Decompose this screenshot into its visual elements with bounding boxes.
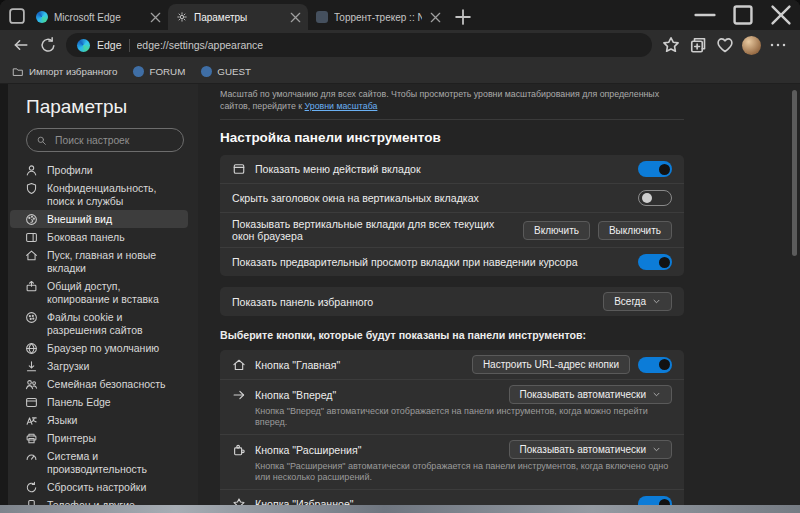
share-icon (25, 280, 38, 293)
scrollbar[interactable] (792, 86, 797, 505)
settings-title: Параметры (26, 96, 198, 118)
forward-button-select[interactable]: Показывать автоматически (509, 385, 672, 404)
tab-close-icon[interactable] (148, 10, 163, 25)
edge-logo-icon (36, 11, 48, 23)
window-menu-icon[interactable] (6, 3, 28, 29)
setting-label: Кнопка "Вперед" (255, 389, 500, 401)
tab-title: Microsoft Edge (54, 12, 142, 23)
panel-icon (25, 231, 38, 244)
tab-preview-toggle[interactable] (638, 254, 672, 270)
sidebar-item-family[interactable]: Семейная безопасность (10, 375, 188, 393)
tab-close-icon[interactable] (288, 10, 303, 25)
address-url: edge://settings/appearance (137, 39, 264, 51)
star-icon (232, 497, 246, 505)
tab-close-icon[interactable] (428, 10, 443, 25)
sidebar-item-label: Браузер по умолчанию (47, 342, 159, 355)
favorites-button-toggle[interactable] (638, 496, 672, 505)
sidebar-item-reset[interactable]: Сбросить настройки (10, 478, 188, 496)
sidebar-item-default-browser[interactable]: Браузер по умолчанию (10, 339, 188, 357)
sidebar-item-start-home[interactable]: Пуск, главная и новые вкладки (10, 246, 188, 277)
section-title: Настройка панели инструментов (220, 130, 684, 145)
select-value: Всегда (614, 296, 646, 307)
sidebar-item-phone[interactable]: Телефон и другие устройства (10, 496, 188, 505)
sidebar-item-profiles[interactable]: Профили (10, 161, 188, 179)
zoom-levels-link[interactable]: Уровни масштаба (305, 101, 378, 111)
zoom-note-text: Масштаб по умолчанию для всех сайтов. Чт… (220, 89, 659, 111)
toolbar-buttons-card: Кнопка "Главная" Настроить URL-адрес кно… (220, 350, 684, 505)
buttons-heading: Выберите кнопки, которые будут показаны … (220, 329, 684, 341)
sidebar-item-privacy[interactable]: Конфиденциальность, поиск и службы (10, 179, 188, 210)
palette-icon (25, 213, 38, 226)
disable-button[interactable]: Выключить (598, 221, 672, 240)
settings-nav: ПрофилиКонфиденциальность, поиск и служб… (8, 161, 198, 505)
setting-row-tab-actions: Показать меню действий вкладок (220, 155, 684, 183)
setting-row-home-button: Кнопка "Главная" Настроить URL-адрес кно… (220, 350, 684, 379)
bookmark-forum[interactable]: FORUM (133, 66, 185, 77)
favorites-bar-card: Показать панель избранного Всегда (220, 287, 684, 316)
minimize-button[interactable] (686, 0, 724, 30)
tab-actions-icon (232, 162, 246, 176)
refresh-icon[interactable] (39, 36, 57, 54)
setting-label: Кнопка "Избранное" (255, 498, 629, 505)
setting-row-hide-title: Скрыть заголовок окна на вертикальных вк… (220, 183, 684, 212)
back-icon[interactable] (12, 36, 30, 54)
collections-icon[interactable] (688, 35, 708, 55)
browser-icon (25, 342, 38, 355)
bookmark-guest[interactable]: GUEST (201, 66, 251, 77)
forward-arrow-icon (232, 388, 246, 402)
address-bar[interactable]: Edge edge://settings/appearance (66, 33, 652, 57)
select-value: Показывать автоматически (520, 444, 646, 455)
sidebar-item-appearance[interactable]: Внешний вид (10, 210, 188, 228)
search-icon (36, 135, 47, 146)
bookmark-label: GUEST (217, 66, 251, 77)
sidebar-item-system[interactable]: Система и производительность (10, 447, 188, 478)
sidebar-item-label: Боковая панель (47, 231, 125, 244)
chevron-down-icon (652, 445, 661, 454)
more-menu-icon[interactable] (768, 35, 788, 55)
setting-row-tab-preview: Показать предварительный просмотр вкладк… (220, 247, 684, 276)
favorites-bar-select[interactable]: Всегда (603, 292, 672, 311)
hide-title-toggle[interactable] (638, 190, 672, 206)
sidebar-item-share-copy[interactable]: Общий доступ, копирование и вставка (10, 277, 188, 308)
sidebar-item-cookies[interactable]: Файлы cookie и разрешения сайтов (10, 308, 188, 339)
browser-window: Microsoft Edge Параметры Торрент-трекер … (0, 0, 800, 505)
home-button-toggle[interactable] (638, 357, 672, 373)
shield-icon (25, 182, 38, 195)
settings-search[interactable] (26, 128, 184, 152)
sidebar-item-edge-bar[interactable]: Панель Edge (10, 393, 188, 411)
enable-button[interactable]: Включить (523, 221, 590, 240)
favorites-icon[interactable] (661, 35, 681, 55)
maximize-button[interactable] (724, 0, 762, 30)
setting-row-favorites-button: Кнопка "Избранное" (220, 489, 684, 505)
chevron-down-icon (652, 390, 661, 399)
setting-row-favorites-bar: Показать панель избранного Всегда (220, 287, 684, 316)
tab-settings[interactable]: Параметры (168, 4, 308, 30)
configure-home-url-button[interactable]: Настроить URL-адрес кнопки (472, 355, 630, 374)
search-input[interactable] (53, 134, 174, 147)
profile-avatar[interactable] (742, 36, 761, 55)
sidebar-item-downloads[interactable]: Загрузки (10, 357, 188, 375)
tab-actions-toggle[interactable] (638, 161, 672, 177)
tab-microsoft-edge[interactable]: Microsoft Edge (28, 4, 168, 30)
sidebar-item-sidebar[interactable]: Боковая панель (10, 228, 188, 246)
setting-label: Показать меню действий вкладок (255, 163, 629, 175)
close-button[interactable] (762, 0, 800, 30)
extensions-button-select[interactable]: Показывать автоматически (509, 440, 672, 459)
setting-row-vertical-tabs: Показывать вертикальные вкладки для всех… (220, 212, 684, 247)
bookmark-import-favorites[interactable]: Импорт избранного (12, 66, 117, 78)
sidebar-item-languages[interactable]: Языки (10, 411, 188, 429)
browser-toolbar: Edge edge://settings/appearance (0, 30, 800, 60)
sidebar-item-printers[interactable]: Принтеры (10, 429, 188, 447)
scrollbar-thumb[interactable] (792, 90, 797, 256)
new-tab-button[interactable] (452, 6, 474, 28)
bookmark-label: FORUM (149, 66, 185, 77)
sidebar-item-label: Семейная безопасность (47, 378, 166, 391)
sidebar-item-label: Языки (47, 414, 77, 427)
browser-essentials-icon[interactable] (715, 35, 735, 55)
printer-icon (25, 432, 38, 445)
setting-row-forward-button: Кнопка "Вперед" Показывать автоматически… (220, 379, 684, 434)
chevron-down-icon (652, 297, 661, 306)
tab-nnm-club[interactable]: Торрент-трекер :: NNM-Club (308, 4, 448, 30)
sidebar-item-label: Загрузки (47, 360, 89, 373)
toolbar-right-icons (661, 35, 788, 55)
